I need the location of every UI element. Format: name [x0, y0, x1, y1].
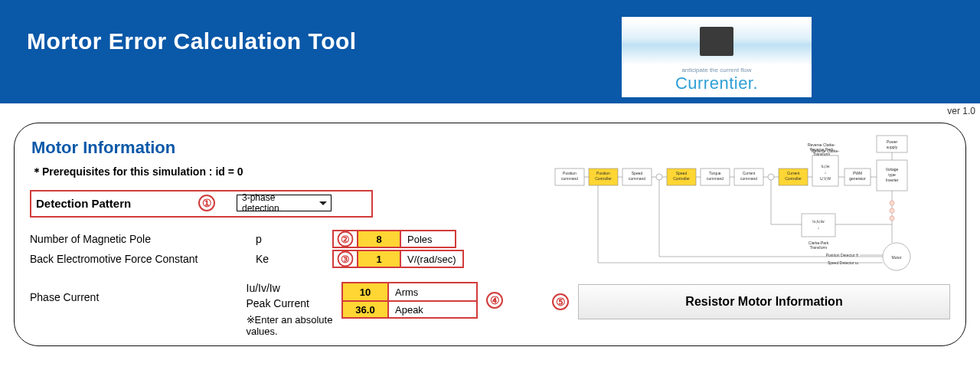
- svg-text:Transform: Transform: [813, 152, 831, 156]
- param-row-poles: Number of Magnetic Pole p ② 8 Poles: [30, 230, 478, 248]
- motor-control-diagram: Positioncommand PositionController Speed…: [552, 134, 950, 272]
- button-row: ⑤ Resistor Motor Information: [552, 284, 950, 319]
- motor-info-panel: Motor Information ＊Prerequisites for thi…: [14, 123, 966, 346]
- version-label: ver 1.0: [947, 106, 975, 116]
- phase-current-symbols: Iu/Iv/Iw Peak Current ※Enter an absolute…: [247, 282, 342, 337]
- svg-point-40: [656, 174, 662, 180]
- resistor-motor-info-button[interactable]: Resistor Motor Information: [578, 284, 950, 319]
- annotation-4: ④: [486, 292, 503, 309]
- annotation-5: ⑤: [552, 293, 569, 310]
- svg-text:generator: generator: [849, 176, 866, 181]
- svg-text:Iu,Iw: Iu,Iw: [822, 164, 830, 169]
- annotation-2: ②: [338, 231, 354, 247]
- param-row-ke: Back Electromotive Force Constant Ke ③ 1…: [30, 250, 478, 268]
- detection-pattern-selected: 3-phase detection: [242, 192, 314, 214]
- svg-text:command: command: [707, 176, 724, 181]
- svg-text:Position: Position: [563, 171, 577, 175]
- svg-point-71: [890, 216, 894, 221]
- section-title: Motor Information: [31, 138, 478, 158]
- param-row-phase-current: Phase Current Iu/Iv/Iw Peak Current ※Ent…: [30, 282, 478, 337]
- svg-text:Current: Current: [787, 171, 800, 175]
- prereq-note: ＊Prerequisites for this simulation : id …: [31, 165, 478, 179]
- svg-text:Power: Power: [887, 139, 898, 144]
- app-header: Mortor Error Calculation Tool anticipate…: [0, 0, 980, 103]
- phase-current-arms-unit: Arms: [387, 283, 476, 300]
- svg-text:Speed: Speed: [676, 171, 688, 175]
- poles-unit: Poles: [401, 231, 455, 247]
- svg-point-44: [768, 174, 774, 180]
- resistor-motor-info-button-label: Resistor Motor Information: [685, 295, 842, 309]
- poles-label: Number of Magnetic Pole: [30, 233, 256, 245]
- svg-text:↓: ↓: [825, 170, 827, 175]
- annotation-1: ①: [198, 195, 215, 211]
- svg-text:Controller: Controller: [673, 176, 690, 181]
- brand-name: Currentier.: [675, 74, 758, 93]
- page-title: Mortor Error Calculation Tool: [27, 28, 357, 54]
- poles-symbol: p: [256, 233, 332, 245]
- phase-current-apeak-unit: Apeak: [387, 302, 476, 317]
- svg-text:Voltage: Voltage: [886, 167, 899, 172]
- svg-text:command: command: [740, 176, 757, 181]
- svg-text:Current: Current: [743, 171, 756, 175]
- phase-current-input-group: 10 Arms 36.0 Apeak ④: [341, 282, 478, 319]
- svg-text:Torque: Torque: [709, 171, 721, 175]
- phase-current-footnote: ※Enter an absolute values.: [247, 314, 342, 337]
- annotation-3: ③: [338, 251, 354, 267]
- svg-text:supply: supply: [887, 145, 898, 149]
- phase-current-arms-input[interactable]: 10: [343, 283, 387, 300]
- svg-text:Motor: Motor: [892, 255, 902, 260]
- ke-label: Back Electromotive Force Constant: [30, 253, 256, 265]
- svg-text:command: command: [561, 176, 578, 181]
- svg-text:U,V,W: U,V,W: [820, 176, 831, 181]
- diagram-column: Positioncommand PositionController Speed…: [552, 134, 950, 332]
- ke-input-group: ③ 1 V/(rad/sec): [332, 250, 464, 268]
- svg-text:Speed: Speed: [632, 171, 643, 175]
- detection-pattern-select[interactable]: 3-phase detection: [237, 195, 332, 211]
- svg-rect-33: [877, 136, 907, 152]
- brand-tagline: anticipate the current flow: [681, 67, 751, 74]
- ke-symbol: Ke: [256, 253, 332, 265]
- brand-logo: anticipate the current flow Currentier.: [622, 17, 812, 97]
- detection-pattern-group: Detection Pattern ① 3-phase detection: [30, 190, 373, 218]
- svg-text:Position: Position: [596, 171, 610, 175]
- svg-text:PWM: PWM: [853, 171, 862, 175]
- svg-text:type: type: [888, 172, 896, 177]
- ke-input[interactable]: 1: [357, 251, 401, 267]
- phase-current-apeak-input[interactable]: 36.0: [343, 302, 387, 317]
- svg-text:↓: ↓: [818, 225, 820, 230]
- svg-text:Inverter: Inverter: [886, 178, 899, 182]
- svg-point-70: [890, 208, 894, 213]
- phase-current-sym2: Peak Current: [247, 297, 342, 309]
- svg-text:Iu,Iv,Iw: Iu,Iv,Iw: [812, 219, 825, 224]
- poles-input-group: ② 8 Poles: [332, 230, 456, 248]
- svg-point-69: [890, 201, 894, 205]
- svg-text:Transform: Transform: [810, 245, 828, 250]
- detection-pattern-label: Detection Pattern: [36, 197, 198, 210]
- ke-unit: V/(rad/sec): [401, 251, 462, 267]
- phase-current-label: Phase Current: [30, 282, 247, 303]
- svg-text:Controller: Controller: [785, 176, 802, 181]
- svg-text:Controller: Controller: [595, 176, 612, 181]
- svg-text:command: command: [629, 176, 645, 181]
- chip-icon: [700, 27, 733, 56]
- poles-input[interactable]: 8: [357, 231, 401, 247]
- inputs-column: Motor Information ＊Prerequisites for thi…: [30, 134, 478, 332]
- brand-wave-graphic: [622, 21, 812, 65]
- phase-current-sym1: Iu/Iv/Iw: [247, 282, 342, 294]
